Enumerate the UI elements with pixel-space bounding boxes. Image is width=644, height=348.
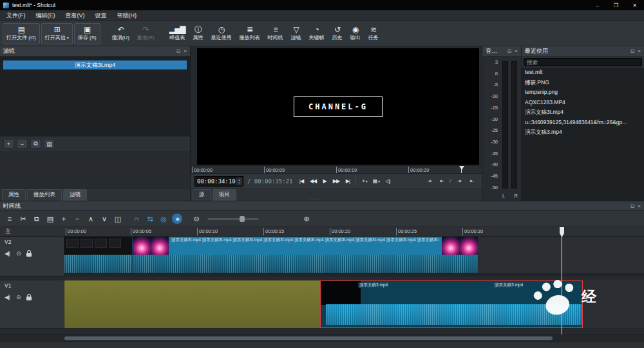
list-item[interactable]: 捕获.PNG [522, 78, 644, 88]
minimize-button[interactable]: – [588, 0, 607, 10]
timeline-ruler[interactable]: 00:00:00 00:00:05 00:00:10 00:00:15 00:0… [64, 227, 644, 237]
cut-button[interactable]: ✂ [17, 213, 29, 225]
trim-in-button[interactable]: ⇥ [424, 176, 434, 187]
timeline-clip[interactable] [64, 237, 132, 273]
grid-options-button[interactable]: ▦▾ [371, 176, 381, 187]
open-other-button[interactable]: ⊞ 打开其他▾ [41, 23, 73, 44]
timeline-horizontal-scrollbar[interactable] [0, 334, 644, 342]
play-button[interactable]: ▶ [319, 176, 329, 187]
close-panel-icon[interactable]: × [638, 48, 641, 54]
timecode-spinner[interactable]: ▴ ▾ [236, 178, 242, 185]
ripple-toggle[interactable]: ◎ [157, 213, 169, 225]
timeline-clip[interactable]: 演示文稿3t.mp4 演示文稿3t.mp4 演示文稿3t.mp4 演示文稿3t.… [132, 237, 478, 273]
jobs-button[interactable]: ≋ 任务 [365, 23, 382, 44]
float-panel-icon[interactable]: ⊡ [630, 203, 635, 209]
menu-settings[interactable]: 设置 [90, 12, 112, 20]
skip-to-end-button[interactable]: ▶| [343, 176, 352, 187]
track-header-v2[interactable]: V2 ◀) ⊙ [0, 237, 64, 277]
ripple-all-tracks-toggle[interactable]: ∗ [172, 214, 182, 224]
scrub-while-dragging-toggle[interactable]: ⇆ [144, 213, 156, 225]
zoom-slider[interactable] [207, 218, 259, 220]
fast-forward-button[interactable]: ▶▶ [331, 176, 341, 187]
list-item[interactable]: AQXC1283.MP4 [522, 98, 644, 108]
trim-out-button[interactable]: ⇤ [437, 176, 447, 187]
menu-edit[interactable]: 编辑(E) [31, 12, 61, 20]
playlist-button[interactable]: ≣ 播放列表 [236, 23, 263, 44]
add-filter-button[interactable]: + [3, 139, 14, 149]
timeline-clip-selected[interactable]: 演示文稿3.mp4 演示文稿3.mp4 [320, 280, 583, 328]
search-input[interactable] [524, 58, 642, 66]
close-panel-icon[interactable]: × [184, 48, 187, 54]
mute-track-icon[interactable]: ◀) [5, 250, 10, 257]
filters-button[interactable]: ▽ 滤镜 [288, 23, 305, 44]
lift-button[interactable]: ∧ [84, 213, 97, 225]
open-file-button[interactable]: ▤ 打开文件 (O) [3, 23, 40, 44]
timeline-clip[interactable] [64, 280, 320, 328]
peak-meter-button[interactable]: ▂▅▇ 峰值表 [166, 23, 189, 44]
append-button[interactable]: + [57, 213, 70, 225]
undo-button[interactable]: ↶ 撤消(U) [109, 23, 133, 44]
hide-track-icon[interactable]: ⊙ [16, 294, 21, 300]
spin-down-icon[interactable]: ▾ [238, 181, 240, 185]
paste-button[interactable]: ▤ [44, 213, 56, 225]
adjust-out-button[interactable]: ⇤ [467, 176, 477, 187]
close-panel-icon[interactable]: × [515, 48, 518, 54]
copy-button[interactable]: ⧉ [30, 213, 43, 225]
float-panel-icon[interactable]: ⊡ [507, 48, 512, 54]
lock-track-icon[interactable] [26, 297, 32, 300]
recent-button[interactable]: ◷ 最近使用 [208, 23, 235, 44]
timeline-playhead[interactable] [562, 227, 562, 334]
hide-track-icon[interactable]: ⊙ [16, 250, 21, 257]
volume-button[interactable]: ◁) [383, 176, 392, 187]
zoom-in-button[interactable]: ⊕ [300, 213, 312, 225]
menu-file[interactable]: 文件(F) [1, 12, 31, 20]
track-header-v1[interactable]: V1 ◀) ⊙ [0, 280, 64, 329]
current-timecode-field[interactable]: 00:00:34:10 ▴ ▾ [194, 176, 243, 187]
overwrite-button[interactable]: ∨ [98, 213, 110, 225]
preview-playhead[interactable] [459, 166, 464, 170]
keyframes-button[interactable]: ◔ 关键帧 [306, 23, 328, 44]
tab-source[interactable]: 源 [193, 189, 211, 201]
scrollbar-thumb[interactable] [64, 336, 553, 340]
split-button[interactable]: ◫ [111, 213, 124, 225]
timeline-menu-button[interactable]: ≡ [3, 213, 15, 225]
redo-button[interactable]: ↷ 重做(R) [134, 23, 158, 44]
paste-filter-button[interactable]: ▤ [44, 139, 55, 149]
history-button[interactable]: ↺ 历史 [329, 23, 346, 44]
loop-options-button[interactable]: ⌖▾ [359, 176, 369, 187]
save-button[interactable]: ▣ 保存 (S) [74, 23, 100, 44]
lock-track-icon[interactable] [26, 253, 32, 257]
properties-button[interactable]: ⓘ 属性 [190, 23, 207, 44]
remove-filter-button[interactable]: − [17, 139, 28, 149]
zoom-slider-handle[interactable] [240, 216, 245, 222]
close-button[interactable]: ✕ [625, 0, 644, 10]
mute-track-icon[interactable]: ◀) [5, 294, 10, 300]
list-item[interactable]: tempsnip.png [522, 87, 644, 98]
ripple-delete-button[interactable]: − [71, 213, 83, 225]
tab-project[interactable]: 项目 [213, 189, 236, 201]
tab-playlist[interactable]: 播放列表 [27, 189, 62, 201]
float-panel-icon[interactable]: ⊡ [176, 48, 181, 54]
menu-help[interactable]: 帮助(H) [112, 12, 142, 20]
skip-to-start-button[interactable]: |◀ [296, 176, 306, 187]
snap-toggle[interactable]: ∩ [130, 213, 142, 225]
menu-view[interactable]: 查看(V) [61, 12, 90, 20]
list-item[interactable]: u=3460939125,3149483641&fm=26&gp... [522, 118, 644, 128]
adjust-in-button[interactable]: ⇥ [454, 176, 464, 187]
tab-properties[interactable]: 属性 [2, 189, 26, 201]
zoom-out-button[interactable]: ⊖ [190, 213, 202, 225]
dock-splitter-handle[interactable]: ······ [308, 196, 322, 202]
preview-scrubber[interactable]: 00:00:00 00:00:09 00:00:19 00:00:29 [191, 165, 482, 174]
list-item[interactable]: test.mlt [522, 68, 644, 78]
selected-clip-item[interactable]: 演示文稿3t.mp4 [3, 60, 187, 69]
rewind-button[interactable]: ◀◀ [308, 176, 317, 187]
master-track-header[interactable]: 主 [0, 227, 64, 237]
timeline-button[interactable]: ≡ 时间线 [265, 23, 287, 44]
list-item[interactable]: 演示文稿3.mp4 [522, 127, 644, 138]
list-item[interactable]: 演示文稿3t.mp4 [522, 107, 644, 118]
restore-button[interactable]: ❐ [607, 0, 625, 10]
tab-filters[interactable]: 滤镜 [63, 189, 87, 201]
close-panel-icon[interactable]: × [638, 203, 641, 209]
export-button[interactable]: ◉ 输出 [347, 23, 364, 44]
float-panel-icon[interactable]: ⊡ [630, 48, 635, 54]
